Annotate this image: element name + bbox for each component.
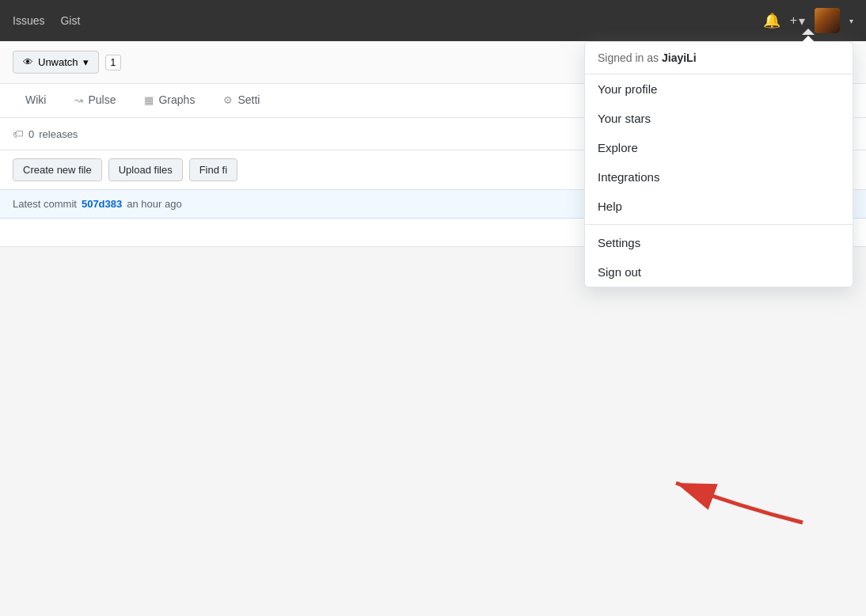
settings-gear-icon: ⚙ [223, 94, 233, 106]
arrow-annotation [597, 459, 819, 538]
unwatch-label: Unwatch [38, 56, 78, 68]
user-dropdown-menu: Signed in as JiayiLi Your profile Your s… [584, 41, 853, 287]
dropdown-help[interactable]: Help [585, 192, 853, 221]
dropdown-your-stars[interactable]: Your stars [585, 104, 853, 133]
pulse-icon: ↝ [74, 94, 83, 106]
tag-icon: 🏷 [13, 127, 24, 140]
commit-time: an hour ago [127, 198, 181, 210]
tab-wiki-label: Wiki [25, 93, 46, 106]
unwatch-button[interactable]: 👁 Unwatch ▾ [13, 51, 99, 74]
dropdown-explore[interactable]: Explore [585, 133, 853, 162]
graphs-icon: ▦ [144, 94, 154, 106]
create-new-file-button[interactable]: Create new file [13, 158, 102, 181]
releases-label: releases [39, 128, 78, 140]
tab-wiki[interactable]: Wiki [13, 84, 59, 117]
dropdown-arrow-indicator [802, 36, 815, 42]
dropdown-divider [585, 224, 853, 225]
dropdown-integrations[interactable]: Integrations [585, 162, 853, 192]
topbar: Issues Gist 🔔 + ▾ ▾ [0, 0, 866, 41]
releases-count: 0 [28, 128, 34, 140]
dropdown-username: JiayiLi [662, 51, 697, 64]
avatar-dropdown-caret-icon[interactable]: ▾ [849, 17, 853, 25]
notifications-icon[interactable]: 🔔 [763, 12, 781, 29]
releases-link[interactable]: 🏷 0 releases [13, 127, 78, 140]
find-file-button[interactable]: Find fi [189, 158, 237, 181]
dropdown-caret-icon: ▾ [83, 56, 89, 68]
tab-settings-label: Setti [237, 93, 260, 106]
dropdown-signed-in-header: Signed in as JiayiLi [585, 42, 853, 74]
tab-pulse-label: Pulse [88, 93, 116, 106]
dropdown-settings[interactable]: Settings [585, 228, 853, 257]
watch-count-badge: 1 [105, 55, 122, 70]
new-item-button[interactable]: + ▾ [790, 13, 805, 29]
signed-in-as-text: Signed in as [598, 51, 662, 64]
commit-prefix: Latest commit [13, 198, 77, 210]
dropdown-your-profile[interactable]: Your profile [585, 74, 853, 104]
avatar-button[interactable] [815, 8, 840, 33]
topbar-left: Issues Gist [13, 14, 80, 27]
plus-label: + [790, 13, 797, 28]
nav-issues[interactable]: Issues [13, 14, 44, 27]
eye-icon: 👁 [23, 56, 33, 68]
avatar [815, 8, 840, 33]
commit-hash-link[interactable]: 507d383 [82, 198, 122, 210]
tab-graphs-label: Graphs [158, 93, 195, 106]
nav-gist[interactable]: Gist [60, 14, 80, 27]
tab-graphs[interactable]: ▦ Graphs [131, 84, 207, 117]
tab-settings[interactable]: ⚙ Setti [211, 84, 272, 117]
upload-files-button[interactable]: Upload files [108, 158, 183, 181]
tab-pulse[interactable]: ↝ Pulse [62, 84, 128, 117]
dropdown-sign-out[interactable]: Sign out [585, 257, 853, 287]
plus-caret-icon: ▾ [799, 13, 805, 29]
